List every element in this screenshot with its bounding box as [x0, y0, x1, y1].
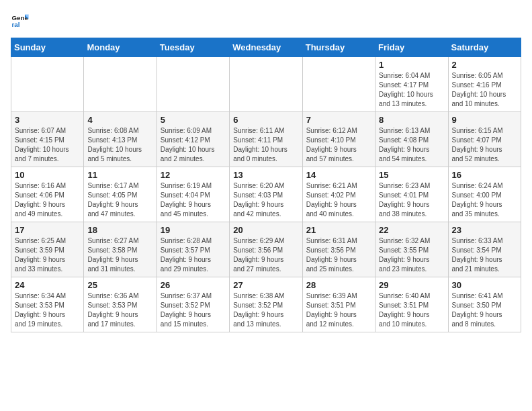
calendar-cell: 5Sunrise: 6:09 AM Sunset: 4:12 PM Daylig…: [157, 112, 229, 167]
weekday-header-wednesday: Wednesday: [230, 38, 302, 57]
logo-icon: Gene ral: [11, 11, 30, 30]
day-info: Sunrise: 6:36 AM Sunset: 3:53 PM Dayligh…: [87, 291, 152, 329]
day-info: Sunrise: 6:13 AM Sunset: 4:08 PM Dayligh…: [379, 126, 444, 164]
calendar-cell: 6Sunrise: 6:11 AM Sunset: 4:11 PM Daylig…: [230, 112, 302, 167]
day-info: Sunrise: 6:20 AM Sunset: 4:03 PM Dayligh…: [233, 181, 298, 219]
day-info: Sunrise: 6:41 AM Sunset: 3:50 PM Dayligh…: [452, 291, 517, 329]
calendar-week-5: 24Sunrise: 6:34 AM Sunset: 3:53 PM Dayli…: [11, 277, 521, 332]
day-info: Sunrise: 6:07 AM Sunset: 4:15 PM Dayligh…: [15, 126, 80, 164]
calendar-cell: 1Sunrise: 6:04 AM Sunset: 4:17 PM Daylig…: [375, 57, 448, 112]
day-number: 5: [161, 115, 226, 125]
day-info: Sunrise: 6:31 AM Sunset: 3:56 PM Dayligh…: [306, 236, 371, 274]
calendar-body: 1Sunrise: 6:04 AM Sunset: 4:17 PM Daylig…: [11, 57, 521, 332]
day-info: Sunrise: 6:17 AM Sunset: 4:05 PM Dayligh…: [87, 181, 152, 219]
calendar-cell: 19Sunrise: 6:28 AM Sunset: 3:57 PM Dayli…: [157, 222, 229, 277]
day-number: 28: [306, 280, 371, 290]
logo: Gene ral: [11, 11, 32, 30]
day-number: 24: [15, 280, 80, 290]
day-number: 2: [452, 60, 517, 70]
weekday-header-saturday: Saturday: [448, 38, 521, 57]
day-info: Sunrise: 6:19 AM Sunset: 4:04 PM Dayligh…: [161, 181, 226, 219]
calendar-cell: 15Sunrise: 6:23 AM Sunset: 4:01 PM Dayli…: [375, 167, 448, 222]
weekday-header-thursday: Thursday: [302, 38, 375, 57]
day-info: Sunrise: 6:24 AM Sunset: 4:00 PM Dayligh…: [452, 181, 517, 219]
calendar-cell: 24Sunrise: 6:34 AM Sunset: 3:53 PM Dayli…: [11, 277, 84, 332]
day-info: Sunrise: 6:11 AM Sunset: 4:11 PM Dayligh…: [233, 126, 298, 164]
day-info: Sunrise: 6:39 AM Sunset: 3:51 PM Dayligh…: [306, 291, 371, 329]
day-number: 30: [452, 280, 517, 290]
day-number: 29: [379, 280, 444, 290]
calendar-cell: 3Sunrise: 6:07 AM Sunset: 4:15 PM Daylig…: [11, 112, 84, 167]
calendar-cell: [84, 57, 157, 112]
day-info: Sunrise: 6:27 AM Sunset: 3:58 PM Dayligh…: [87, 236, 152, 274]
calendar-cell: 8Sunrise: 6:13 AM Sunset: 4:08 PM Daylig…: [375, 112, 448, 167]
day-number: 9: [452, 115, 517, 125]
weekday-header-sunday: Sunday: [11, 38, 84, 57]
calendar-header: SundayMondayTuesdayWednesdayThursdayFrid…: [11, 38, 521, 57]
day-number: 26: [161, 280, 226, 290]
day-number: 8: [379, 115, 444, 125]
calendar-cell: 23Sunrise: 6:33 AM Sunset: 3:54 PM Dayli…: [448, 222, 521, 277]
calendar-cell: 7Sunrise: 6:12 AM Sunset: 4:10 PM Daylig…: [302, 112, 375, 167]
calendar-cell: 17Sunrise: 6:25 AM Sunset: 3:59 PM Dayli…: [11, 222, 84, 277]
day-info: Sunrise: 6:38 AM Sunset: 3:52 PM Dayligh…: [233, 291, 298, 329]
day-number: 13: [233, 170, 298, 180]
calendar-cell: 22Sunrise: 6:32 AM Sunset: 3:55 PM Dayli…: [375, 222, 448, 277]
day-number: 20: [233, 225, 298, 235]
calendar-cell: 13Sunrise: 6:20 AM Sunset: 4:03 PM Dayli…: [230, 167, 302, 222]
calendar-week-2: 3Sunrise: 6:07 AM Sunset: 4:15 PM Daylig…: [11, 112, 521, 167]
day-number: 22: [379, 225, 444, 235]
calendar-cell: 9Sunrise: 6:15 AM Sunset: 4:07 PM Daylig…: [448, 112, 521, 167]
day-number: 1: [379, 60, 444, 70]
calendar-cell: 28Sunrise: 6:39 AM Sunset: 3:51 PM Dayli…: [302, 277, 375, 332]
day-info: Sunrise: 6:40 AM Sunset: 3:51 PM Dayligh…: [379, 291, 444, 329]
calendar-cell: 20Sunrise: 6:29 AM Sunset: 3:56 PM Dayli…: [230, 222, 302, 277]
day-info: Sunrise: 6:08 AM Sunset: 4:13 PM Dayligh…: [87, 126, 152, 164]
calendar-week-3: 10Sunrise: 6:16 AM Sunset: 4:06 PM Dayli…: [11, 167, 521, 222]
calendar-cell: 25Sunrise: 6:36 AM Sunset: 3:53 PM Dayli…: [84, 277, 157, 332]
day-info: Sunrise: 6:28 AM Sunset: 3:57 PM Dayligh…: [161, 236, 226, 274]
calendar-cell: 14Sunrise: 6:21 AM Sunset: 4:02 PM Dayli…: [302, 167, 375, 222]
calendar-cell: 26Sunrise: 6:37 AM Sunset: 3:52 PM Dayli…: [157, 277, 229, 332]
day-info: Sunrise: 6:25 AM Sunset: 3:59 PM Dayligh…: [15, 236, 80, 274]
calendar-cell: [11, 57, 84, 112]
day-number: 17: [15, 225, 80, 235]
calendar-cell: 4Sunrise: 6:08 AM Sunset: 4:13 PM Daylig…: [84, 112, 157, 167]
calendar-week-1: 1Sunrise: 6:04 AM Sunset: 4:17 PM Daylig…: [11, 57, 521, 112]
day-number: 19: [161, 225, 226, 235]
day-info: Sunrise: 6:32 AM Sunset: 3:55 PM Dayligh…: [379, 236, 444, 274]
day-number: 12: [161, 170, 226, 180]
day-number: 23: [452, 225, 517, 235]
calendar-cell: 11Sunrise: 6:17 AM Sunset: 4:05 PM Dayli…: [84, 167, 157, 222]
weekday-header-monday: Monday: [84, 38, 157, 57]
day-number: 10: [15, 170, 80, 180]
svg-text:ral: ral: [11, 21, 19, 28]
calendar-cell: 29Sunrise: 6:40 AM Sunset: 3:51 PM Dayli…: [375, 277, 448, 332]
calendar-cell: 10Sunrise: 6:16 AM Sunset: 4:06 PM Dayli…: [11, 167, 84, 222]
calendar-cell: 12Sunrise: 6:19 AM Sunset: 4:04 PM Dayli…: [157, 167, 229, 222]
calendar-cell: [230, 57, 302, 112]
day-number: 14: [306, 170, 371, 180]
day-info: Sunrise: 6:12 AM Sunset: 4:10 PM Dayligh…: [306, 126, 371, 164]
day-number: 21: [306, 225, 371, 235]
day-number: 27: [233, 280, 298, 290]
day-info: Sunrise: 6:33 AM Sunset: 3:54 PM Dayligh…: [452, 236, 517, 274]
day-info: Sunrise: 6:15 AM Sunset: 4:07 PM Dayligh…: [452, 126, 517, 164]
day-number: 3: [15, 115, 80, 125]
day-number: 18: [87, 225, 152, 235]
day-number: 7: [306, 115, 371, 125]
calendar-table: SundayMondayTuesdayWednesdayThursdayFrid…: [11, 38, 521, 332]
calendar-cell: 21Sunrise: 6:31 AM Sunset: 3:56 PM Dayli…: [302, 222, 375, 277]
day-number: 6: [233, 115, 298, 125]
day-number: 16: [452, 170, 517, 180]
calendar-cell: 2Sunrise: 6:05 AM Sunset: 4:16 PM Daylig…: [448, 57, 521, 112]
calendar-cell: 16Sunrise: 6:24 AM Sunset: 4:00 PM Dayli…: [448, 167, 521, 222]
day-info: Sunrise: 6:29 AM Sunset: 3:56 PM Dayligh…: [233, 236, 298, 274]
day-info: Sunrise: 6:05 AM Sunset: 4:16 PM Dayligh…: [452, 71, 517, 109]
day-number: 25: [87, 280, 152, 290]
day-number: 4: [87, 115, 152, 125]
day-info: Sunrise: 6:37 AM Sunset: 3:52 PM Dayligh…: [161, 291, 226, 329]
weekday-header-tuesday: Tuesday: [157, 38, 229, 57]
day-info: Sunrise: 6:34 AM Sunset: 3:53 PM Dayligh…: [15, 291, 80, 329]
day-info: Sunrise: 6:16 AM Sunset: 4:06 PM Dayligh…: [15, 181, 80, 219]
